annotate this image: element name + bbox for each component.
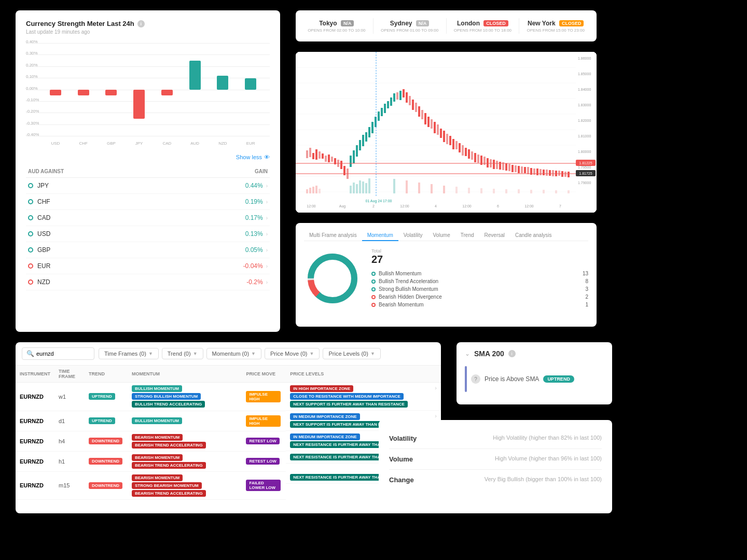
bar-chart-area: 0.40%0.30%0.20%0.10%0.00%-0.10%-0.20%-0.… [26, 43, 270, 147]
svg-rect-109 [558, 171, 560, 176]
table-row[interactable]: EURNZDm15DOWNTRENDBEARISH MOMENTUMSTRONG… [16, 471, 441, 499]
search-input-wrap[interactable]: 🔍 [22, 347, 94, 360]
filter-label: Momentum (0) [212, 351, 250, 357]
tab-multi-frame-analysis[interactable]: Multi Frame analysis [304, 230, 362, 241]
sessions-container: Tokyo N/A OPENS FROM 02:00 TO 10:00 Sydn… [304, 18, 588, 34]
tab-candle-analysis[interactable]: Candle analysis [510, 230, 557, 241]
candle-chart-panel[interactable]: 1.86000 1.85000 1.84000 1.83000 1.82000 … [296, 52, 597, 213]
filter-btn-price-move-(0)[interactable]: Price Move (0) ▼ [265, 348, 320, 359]
stat-label: Bullish Trend Acceleration [379, 278, 438, 284]
svg-rect-54 [387, 101, 389, 108]
show-less-button[interactable]: Show less 👁 [236, 154, 270, 160]
cur-gain: 0.44% [245, 182, 263, 189]
filter-btn-momentum-(0)[interactable]: Momentum (0) ▼ [206, 348, 261, 359]
vol-value: High Volatility (higher than 82% in last… [493, 435, 602, 441]
aud-row[interactable]: NZD -0.2% › [26, 274, 270, 290]
tab-trend[interactable]: Trend [455, 230, 479, 241]
filter-btn-trend-(0)[interactable]: Trend (0) ▼ [162, 348, 203, 359]
aud-table-header: AUD AGAINST GAIN [26, 165, 270, 178]
sma-info-icon[interactable]: i [508, 350, 516, 357]
search-input[interactable] [36, 351, 88, 357]
aud-row[interactable]: EUR -0.04% › [26, 258, 270, 274]
filter-btn-time-frames-(0)[interactable]: Time Frames (0) ▼ [99, 348, 159, 359]
chevron-down-icon: ▼ [310, 351, 314, 356]
sma-collapse-icon[interactable]: ⌄ [465, 350, 470, 357]
chevron-right-icon: › [266, 247, 268, 253]
aud-row[interactable]: GBP 0.05% › [26, 242, 270, 258]
filter-label: Price Levels (0) [328, 351, 368, 357]
svg-rect-58 [399, 91, 402, 100]
table-scroll[interactable]: INSTRUMENTTIME FRAMETRENDMOMENTUMPRICE M… [16, 366, 441, 500]
svg-rect-61 [409, 96, 411, 105]
cur-gain: 0.17% [245, 214, 263, 221]
svg-rect-45 [359, 140, 361, 150]
chevron-right-icon: › [266, 183, 268, 189]
svg-text:1.81000: 1.81000 [578, 134, 591, 138]
bar-column: USD [42, 43, 70, 136]
svg-rect-48 [368, 127, 370, 137]
svg-rect-86 [487, 158, 489, 167]
cs-title: Currency Strength Meter Last 24h i [26, 20, 270, 27]
tab-reversal[interactable]: Reversal [479, 230, 510, 241]
svg-rect-64 [418, 106, 420, 117]
bar-label: CHF [79, 141, 87, 146]
table-row[interactable]: EURNZDd1UPTRENDBULLISH MOMENTUMIMPULSE H… [16, 411, 441, 431]
cur-left: USD [28, 230, 50, 237]
tab-momentum[interactable]: Momentum [362, 230, 398, 241]
svg-rect-79 [465, 148, 467, 156]
analysis-body: Total 27 Bullish Momentum 13 Bullish Tre… [304, 248, 588, 309]
vol-rows: Volatility High Volatility (higher than … [389, 428, 602, 490]
svg-rect-46 [362, 135, 364, 146]
cur-left: GBP [28, 246, 50, 254]
table-row[interactable]: EURNZDw1UPTRENDBULLISH MOMENTUMSTRONG BU… [16, 383, 441, 411]
tab-volume[interactable]: Volume [427, 230, 455, 241]
col-header-price-levels: PRICE LEVELS [286, 366, 441, 383]
bar-label: EUR [246, 141, 255, 146]
price-move-tag: IMPULSE HIGH [246, 391, 281, 402]
cur-name: CAD [37, 214, 50, 221]
aud-row[interactable]: CAD 0.17% › [26, 210, 270, 226]
cur-left: CAD [28, 214, 50, 221]
aud-row[interactable]: USD 0.13% › [26, 226, 270, 242]
vol-row: Volatility High Volatility (higher than … [389, 428, 602, 449]
aud-row[interactable]: JPY 0.44% › [26, 178, 270, 194]
td-trend: DOWNTREND [85, 431, 128, 451]
momentum-tag: BEARISH TREND ACCELERATING [132, 442, 206, 449]
aud-row[interactable]: CHF 0.19% › [26, 194, 270, 210]
cur-dot [28, 263, 33, 269]
cur-dot [28, 199, 33, 204]
svg-rect-43 [353, 150, 355, 163]
td-momentum: BEARISH MOMENTUMBEARISH TREND ACCELERATI… [128, 451, 242, 471]
total-label: Total [371, 248, 588, 254]
momentum-tag: BULLISH MOMENTUM [132, 417, 182, 424]
svg-rect-98 [524, 167, 526, 173]
svg-rect-125 [393, 179, 395, 193]
table-row[interactable]: EURNZDh4DOWNTRENDBEARISH MOMENTUMBEARISH… [16, 431, 441, 451]
svg-rect-56 [393, 93, 395, 102]
bar-column: CHF [70, 43, 98, 136]
cur-left: EUR [28, 262, 50, 270]
svg-rect-32 [319, 151, 321, 159]
bar-column: JPY [125, 43, 153, 136]
tab-volatility[interactable]: Volatility [398, 230, 428, 241]
stat-dot [371, 295, 376, 299]
filter-btn-price-levels-(0)[interactable]: Price Levels (0) ▼ [323, 348, 380, 359]
stat-num: 13 [583, 271, 588, 276]
price-level-tag: IN HIGH IMPORTANCE ZONE [290, 385, 353, 392]
svg-rect-123 [365, 183, 367, 193]
cur-left: NZD [28, 278, 50, 286]
svg-rect-52 [381, 108, 383, 116]
session-item-tokyo: Tokyo N/A OPENS FROM 02:00 TO 10:00 [308, 20, 365, 33]
svg-rect-129 [443, 186, 445, 193]
table-row[interactable]: EURNZDh1DOWNTRENDBEARISH MOMENTUMBEARISH… [16, 451, 441, 471]
svg-rect-122 [362, 181, 364, 193]
cs-info-icon[interactable]: i [137, 20, 145, 27]
stat-row: Strong Bullish Momentum 3 [371, 285, 588, 293]
vol-label: Change [389, 476, 431, 484]
svg-rect-69 [434, 122, 436, 133]
td-timeframe: w1 [54, 383, 85, 411]
svg-rect-134 [505, 189, 507, 193]
svg-text:6: 6 [497, 204, 499, 208]
tabs-bar: Multi Frame analysisMomentumVolatilityVo… [304, 230, 588, 241]
market-sessions-panel: Tokyo N/A OPENS FROM 02:00 TO 10:00 Sydn… [296, 10, 597, 41]
